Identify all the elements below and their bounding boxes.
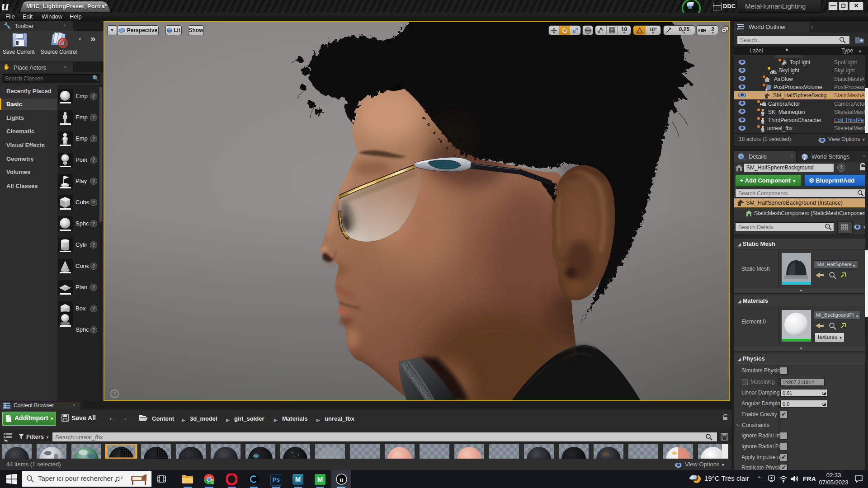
- svg-text:?: ?: [92, 115, 95, 120]
- svg-text:?: ?: [92, 285, 95, 290]
- svg-text:?: ?: [92, 179, 95, 184]
- svg-text:♪: ♪: [120, 474, 123, 480]
- svg-text:u: u: [340, 476, 343, 483]
- svg-text:?: ?: [92, 264, 95, 269]
- svg-text:?: ?: [92, 94, 95, 99]
- svg-text:?: ?: [92, 200, 95, 205]
- svg-text:h: h: [212, 481, 213, 484]
- svg-text:?: ?: [92, 243, 95, 248]
- svg-text:♫: ♫: [114, 474, 121, 483]
- svg-text:?: ?: [92, 136, 95, 141]
- svg-text:?: ?: [92, 221, 95, 226]
- svg-text:i: i: [740, 154, 741, 159]
- svg-text:?: ?: [92, 158, 95, 163]
- svg-text:?: ?: [92, 328, 95, 333]
- svg-text:?: ?: [92, 306, 95, 311]
